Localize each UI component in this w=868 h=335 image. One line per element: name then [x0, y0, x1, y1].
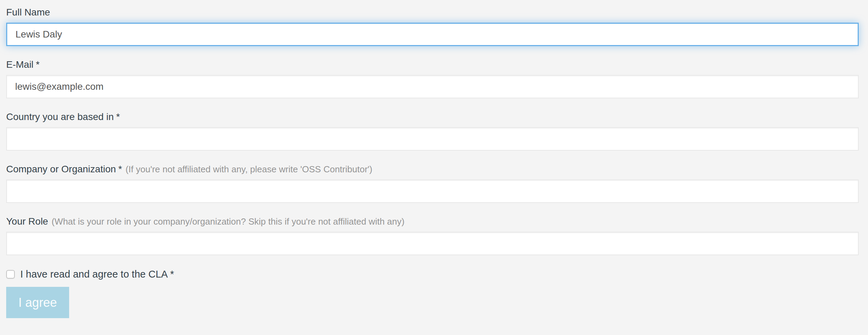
company-input[interactable] [6, 180, 859, 203]
email-label: E-Mail* [6, 58, 859, 72]
field-country: Country you are based in* [6, 110, 859, 151]
cla-agree-required-mark: * [170, 269, 174, 280]
email-label-text: E-Mail [6, 59, 33, 70]
full-name-label-text: Full Name [6, 7, 50, 18]
country-input[interactable] [6, 127, 859, 151]
cla-agree-row: I have read and agree to the CLA* [6, 267, 859, 281]
field-email: E-Mail* [6, 58, 859, 98]
email-required-mark: * [36, 59, 40, 70]
company-label: Company or Organization*(If you're not a… [6, 162, 859, 176]
role-hint: (What is your role in your company/organ… [52, 216, 404, 227]
company-required-mark: * [118, 164, 122, 174]
cla-form: Full Name E-Mail* Country you are based … [0, 0, 868, 318]
role-input[interactable] [6, 232, 859, 255]
role-label-text: Your Role [6, 216, 48, 227]
i-agree-button[interactable]: I agree [6, 287, 69, 318]
country-label: Country you are based in* [6, 110, 859, 124]
full-name-input[interactable] [6, 23, 859, 46]
email-input[interactable] [6, 75, 859, 98]
country-required-mark: * [116, 111, 120, 122]
cla-agree-label-text: I have read and agree to the CLA [20, 269, 168, 280]
field-company: Company or Organization*(If you're not a… [6, 162, 859, 203]
cla-agree-checkbox[interactable] [6, 270, 15, 279]
full-name-label: Full Name [6, 6, 859, 19]
company-hint: (If you're not affiliated with any, plea… [126, 164, 372, 174]
field-full-name: Full Name [6, 6, 859, 46]
country-label-text: Country you are based in [6, 111, 114, 122]
company-label-text: Company or Organization [6, 164, 116, 174]
role-label: Your Role(What is your role in your comp… [6, 215, 859, 228]
field-role: Your Role(What is your role in your comp… [6, 215, 859, 255]
cla-agree-label: I have read and agree to the CLA* [20, 267, 174, 281]
